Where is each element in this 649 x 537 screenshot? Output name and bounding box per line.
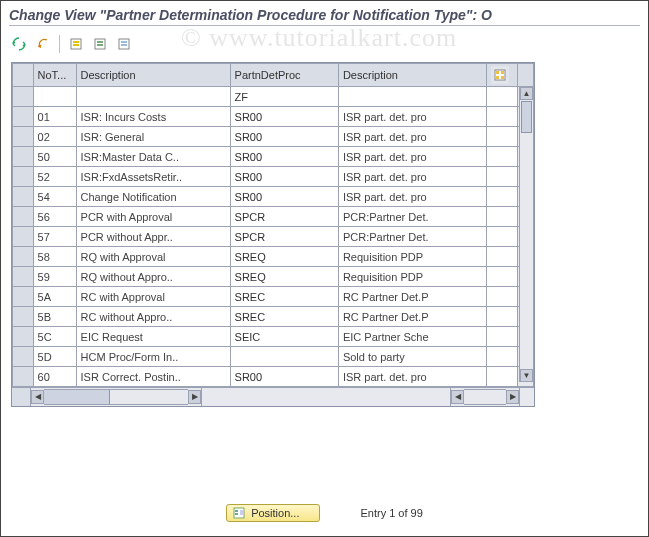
hscroll-left-track[interactable] bbox=[44, 389, 188, 405]
table-row[interactable]: ZF bbox=[13, 87, 534, 107]
col-header-nottype[interactable]: NoT... bbox=[33, 64, 76, 87]
hscroll-left-arrow-r[interactable]: ▶ bbox=[188, 390, 201, 404]
vscroll-thumb[interactable] bbox=[521, 101, 532, 133]
row-selector[interactable] bbox=[13, 307, 34, 327]
row-selector[interactable] bbox=[13, 227, 34, 247]
table-row[interactable]: 5BRC without Appro..SRECRC Partner Det.P bbox=[13, 307, 534, 327]
cell-pdp[interactable]: SREQ bbox=[230, 247, 338, 267]
cell-desc1: RC without Appro.. bbox=[76, 307, 230, 327]
cell-desc2: RC Partner Det.P bbox=[338, 307, 486, 327]
save-icon[interactable] bbox=[90, 34, 110, 54]
col-header-desc1[interactable]: Description bbox=[76, 64, 230, 87]
hscroll-left[interactable]: ◀ ▶ bbox=[31, 388, 202, 406]
cell-desc1: ISR:FxdAssetsRetir.. bbox=[76, 167, 230, 187]
col-header-config[interactable] bbox=[487, 64, 518, 87]
table-row[interactable]: 58RQ with ApprovalSREQRequisition PDP bbox=[13, 247, 534, 267]
table-row[interactable]: 52ISR:FxdAssetsRetir..SR00ISR part. det.… bbox=[13, 167, 534, 187]
cell-desc1 bbox=[76, 87, 230, 107]
row-selector[interactable] bbox=[13, 127, 34, 147]
toolbar-separator bbox=[59, 35, 60, 53]
cell-empty-cfg bbox=[487, 147, 518, 167]
cell-pdp[interactable]: SREC bbox=[230, 287, 338, 307]
cell-desc2: Requisition PDP bbox=[338, 267, 486, 287]
cell-pdp[interactable]: SEIC bbox=[230, 327, 338, 347]
entry-counter: Entry 1 of 99 bbox=[360, 507, 422, 519]
cell-pdp[interactable]: ZF bbox=[230, 87, 338, 107]
table-row[interactable]: 50ISR:Master Data C..SR00ISR part. det. … bbox=[13, 147, 534, 167]
undo-icon[interactable] bbox=[33, 34, 53, 54]
cell-pdp[interactable]: SR00 bbox=[230, 187, 338, 207]
hscroll-right-arrow-l[interactable]: ◀ bbox=[451, 390, 464, 404]
vertical-scrollbar[interactable]: ▲ ▼ bbox=[519, 87, 533, 382]
position-button[interactable]: Position... bbox=[226, 504, 320, 522]
cell-nottype: 5B bbox=[33, 307, 76, 327]
table-row[interactable]: 60ISR Correct. Postin..SR00ISR part. det… bbox=[13, 367, 534, 387]
cell-empty-cfg bbox=[487, 347, 518, 367]
cell-pdp[interactable]: SR00 bbox=[230, 147, 338, 167]
col-header-desc2[interactable]: Description bbox=[338, 64, 486, 87]
cell-desc2: Requisition PDP bbox=[338, 247, 486, 267]
hscroll-left-arrow-l[interactable]: ◀ bbox=[31, 390, 44, 404]
row-selector[interactable] bbox=[13, 187, 34, 207]
cell-nottype: 5D bbox=[33, 347, 76, 367]
hscroll-right-track[interactable] bbox=[464, 389, 506, 405]
row-selector[interactable] bbox=[13, 167, 34, 187]
cell-pdp[interactable]: SR00 bbox=[230, 167, 338, 187]
cell-nottype: 54 bbox=[33, 187, 76, 207]
cell-pdp[interactable] bbox=[230, 347, 338, 367]
row-selector[interactable] bbox=[13, 207, 34, 227]
cell-empty-cfg bbox=[487, 307, 518, 327]
deselect-all-icon[interactable] bbox=[114, 34, 134, 54]
cell-nottype: 56 bbox=[33, 207, 76, 227]
cell-desc2: PCR:Partner Det. bbox=[338, 207, 486, 227]
vscroll-up-icon[interactable]: ▲ bbox=[520, 87, 533, 100]
cell-desc2: Sold to party bbox=[338, 347, 486, 367]
cell-pdp[interactable]: SPCR bbox=[230, 227, 338, 247]
cell-pdp[interactable]: SR00 bbox=[230, 127, 338, 147]
row-selector[interactable] bbox=[13, 347, 34, 367]
cell-nottype: 5C bbox=[33, 327, 76, 347]
row-selector[interactable] bbox=[13, 147, 34, 167]
svg-rect-10 bbox=[496, 71, 499, 74]
position-icon bbox=[233, 507, 245, 519]
page-title: Change View "Partner Determination Proce… bbox=[1, 1, 648, 25]
cell-empty-cfg bbox=[487, 187, 518, 207]
table-row[interactable]: 5ARC with ApprovalSRECRC Partner Det.P bbox=[13, 287, 534, 307]
data-grid: NoT... Description PartnDetProc Descript… bbox=[11, 62, 535, 407]
table-row[interactable]: 01ISR: Incurs CostsSR00ISR part. det. pr… bbox=[13, 107, 534, 127]
row-selector[interactable] bbox=[13, 287, 34, 307]
cell-empty-cfg bbox=[487, 227, 518, 247]
table-row[interactable]: 57PCR without Appr..SPCRPCR:Partner Det. bbox=[13, 227, 534, 247]
row-selector-header[interactable] bbox=[13, 64, 34, 87]
row-selector[interactable] bbox=[13, 267, 34, 287]
svg-rect-2 bbox=[73, 44, 79, 46]
cell-pdp[interactable]: SPCR bbox=[230, 207, 338, 227]
svg-rect-7 bbox=[121, 41, 127, 43]
table-row[interactable]: 5CEIC RequestSEICEIC Partner Sche bbox=[13, 327, 534, 347]
vscroll-down-icon[interactable]: ▼ bbox=[520, 369, 533, 382]
row-selector[interactable] bbox=[13, 247, 34, 267]
cell-desc1: HCM Proc/Form In.. bbox=[76, 347, 230, 367]
table-settings-icon[interactable] bbox=[491, 66, 509, 84]
cell-pdp[interactable]: SREQ bbox=[230, 267, 338, 287]
cell-pdp[interactable]: SR00 bbox=[230, 367, 338, 387]
table-row[interactable]: 5DHCM Proc/Form In..Sold to party bbox=[13, 347, 534, 367]
table-row[interactable]: 59RQ without Appro..SREQRequisition PDP bbox=[13, 267, 534, 287]
row-selector[interactable] bbox=[13, 87, 34, 107]
table-row[interactable]: 54Change NotificationSR00ISR part. det. … bbox=[13, 187, 534, 207]
cell-nottype: 02 bbox=[33, 127, 76, 147]
row-selector[interactable] bbox=[13, 327, 34, 347]
vscroll-header bbox=[517, 64, 533, 87]
table-row[interactable]: 02ISR: GeneralSR00ISR part. det. pro bbox=[13, 127, 534, 147]
table-row[interactable]: 56PCR with ApprovalSPCRPCR:Partner Det. bbox=[13, 207, 534, 227]
col-header-pdp[interactable]: PartnDetProc bbox=[230, 64, 338, 87]
hscroll-left-thumb[interactable] bbox=[44, 390, 110, 404]
toggle-icon[interactable] bbox=[9, 34, 29, 54]
row-selector[interactable] bbox=[13, 107, 34, 127]
cell-pdp[interactable]: SREC bbox=[230, 307, 338, 327]
hscroll-right[interactable]: ◀ ▶ bbox=[451, 388, 520, 406]
hscroll-right-arrow-r[interactable]: ▶ bbox=[506, 390, 519, 404]
row-selector[interactable] bbox=[13, 367, 34, 387]
cell-pdp[interactable]: SR00 bbox=[230, 107, 338, 127]
select-all-icon[interactable] bbox=[66, 34, 86, 54]
